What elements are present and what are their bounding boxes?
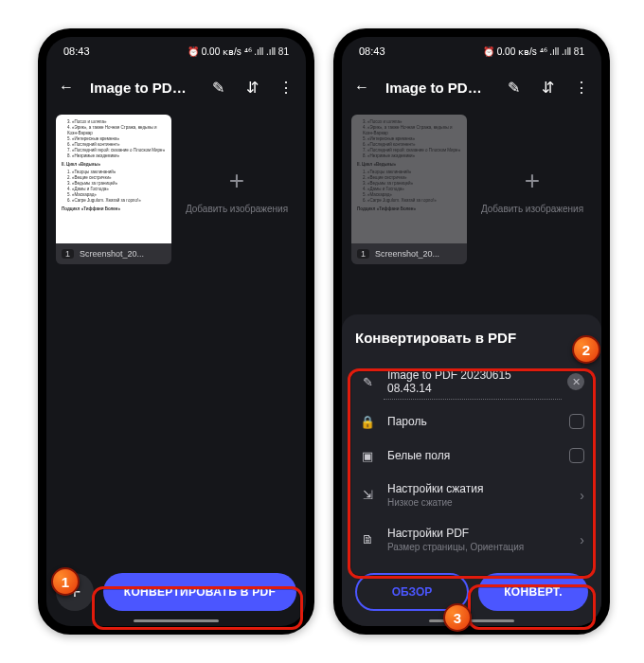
phone-frame-right: 08:43 ⏰ 0.00 ᴋʙ/ѕ ⁴⁶ .ıll .ıll 81 ← Imag… <box>333 28 610 635</box>
thumb-label: 1 Screenshot_20... <box>56 243 171 264</box>
step-badge-1: 1 <box>51 567 80 596</box>
convert-sheet: Конвертировать в PDF ✎ Image to PDF 2023… <box>342 314 601 626</box>
convert-button[interactable]: КОНВЕРТ. <box>478 573 588 611</box>
clear-icon[interactable]: ✕ <box>567 373 584 390</box>
add-image-label: Добавить изображения <box>481 204 583 214</box>
page-title: Image to PDF 202306... <box>385 80 490 96</box>
image-thumb[interactable]: «Посох и шляпа» «Эрик», а также Ночная С… <box>56 115 171 264</box>
back-icon[interactable]: ← <box>351 79 372 96</box>
margins-icon: ▣ <box>359 449 376 463</box>
password-row[interactable]: 🔒 Пароль <box>355 404 588 439</box>
thumb-index: 1 <box>62 249 74 259</box>
sort-icon[interactable]: ⇵ <box>242 79 262 97</box>
compression-row[interactable]: ⇲ Настройки сжатия Низкое сжатие › <box>355 473 588 517</box>
add-image-tile[interactable]: + Добавить изображения <box>179 115 295 264</box>
plus-icon: + <box>525 166 540 196</box>
home-indicator <box>429 619 514 622</box>
image-grid: «Посох и шляпа» «Эрик», а также Ночная С… <box>46 109 306 270</box>
edit-icon[interactable]: ✎ <box>503 79 524 97</box>
step-badge-3: 3 <box>443 603 472 632</box>
edit-icon[interactable]: ✎ <box>207 79 228 97</box>
image-thumb[interactable]: «Посох и шляпа» «Эрик», а также Ночная С… <box>351 115 467 264</box>
thumb-filename: Screenshot_20... <box>80 249 144 259</box>
status-bar: 08:43 ⏰ 0.00 ᴋʙ/ѕ ⁴⁶ .ıll .ıll 81 <box>342 37 601 65</box>
sheet-title: Конвертировать в PDF <box>355 330 588 346</box>
app-bar: ← Image to PDF 202306... ✎ ⇵ ⋮ <box>342 65 601 109</box>
thumb-filename: Screenshot_20... <box>375 249 439 259</box>
image-grid: «Посох и шляпа» «Эрик», а также Ночная С… <box>342 109 601 270</box>
pdf-settings-sub: Размер страницы, Ориентация <box>387 542 568 552</box>
convert-to-pdf-button[interactable]: КОНВЕРТИРОВАТЬ В PDF <box>103 573 296 611</box>
status-time: 08:43 <box>359 45 385 57</box>
margins-label: Белые поля <box>387 449 558 462</box>
app-bar: ← Image to PDF 202306... ✎ ⇵ ⋮ <box>46 65 306 109</box>
pencil-icon: ✎ <box>359 375 376 389</box>
status-bar: 08:43 ⏰ 0.00 ᴋʙ/ѕ ⁴⁶ .ıll .ıll 81 <box>46 37 306 65</box>
thumb-preview: «Посох и шляпа» «Эрик», а также Ночная С… <box>56 115 171 243</box>
pdf-settings-label: Настройки PDF Размер страницы, Ориентаци… <box>387 527 568 552</box>
add-image-tile[interactable]: + Добавить изображения <box>474 115 590 264</box>
more-icon[interactable]: ⋮ <box>571 79 592 97</box>
phone-frame-left: 08:43 ⏰ 0.00 ᴋʙ/ѕ ⁴⁶ .ıll .ıll 81 ← Imag… <box>38 28 314 635</box>
filename-value: Image to PDF 20230615 08.43.14 <box>387 368 556 395</box>
plus-icon: + <box>229 166 244 196</box>
screen-right: 08:43 ⏰ 0.00 ᴋʙ/ѕ ⁴⁶ .ıll .ıll 81 ← Imag… <box>342 37 601 626</box>
compression-label: Настройки сжатия Низкое сжатие <box>387 482 568 508</box>
sort-icon[interactable]: ⇵ <box>537 79 558 97</box>
lock-icon: 🔒 <box>359 415 376 429</box>
compression-sub: Низкое сжатие <box>387 497 568 508</box>
bottom-actions: + КОНВЕРТИРОВАТЬ В PDF <box>56 573 296 611</box>
step-badge-2: 2 <box>572 335 600 364</box>
screen-left: 08:43 ⏰ 0.00 ᴋʙ/ѕ ⁴⁶ .ıll .ıll 81 ← Imag… <box>46 37 306 626</box>
status-indicators: ⏰ 0.00 ᴋʙ/ѕ ⁴⁶ .ıll .ıll 81 <box>483 46 584 57</box>
margins-checkbox[interactable] <box>569 448 584 463</box>
home-indicator <box>134 619 219 622</box>
thumb-index: 1 <box>357 249 369 259</box>
margins-row[interactable]: ▣ Белые поля <box>355 439 588 473</box>
thumb-preview: «Посох и шляпа» «Эрик», а также Ночная С… <box>351 115 467 243</box>
more-icon[interactable]: ⋮ <box>276 79 296 97</box>
page-title: Image to PDF 202306... <box>90 80 194 96</box>
status-time: 08:43 <box>63 45 90 57</box>
password-label: Пароль <box>387 415 558 428</box>
filename-row[interactable]: ✎ Image to PDF 20230615 08.43.14 ✕ <box>355 359 588 404</box>
pdf-icon: 🗎 <box>359 532 376 547</box>
sheet-actions: ОБЗОР КОНВЕРТ. <box>355 573 588 611</box>
add-image-label: Добавить изображения <box>186 204 288 214</box>
thumb-label: 1 Screenshot_20... <box>351 243 467 264</box>
chevron-right-icon: › <box>580 488 584 503</box>
status-indicators: ⏰ 0.00 ᴋʙ/ѕ ⁴⁶ .ıll .ıll 81 <box>188 46 289 57</box>
back-icon[interactable]: ← <box>56 79 77 96</box>
password-checkbox[interactable] <box>569 414 584 429</box>
chevron-right-icon: › <box>580 532 584 547</box>
pdf-settings-row[interactable]: 🗎 Настройки PDF Размер страницы, Ориента… <box>355 517 588 562</box>
compression-icon: ⇲ <box>359 488 376 502</box>
